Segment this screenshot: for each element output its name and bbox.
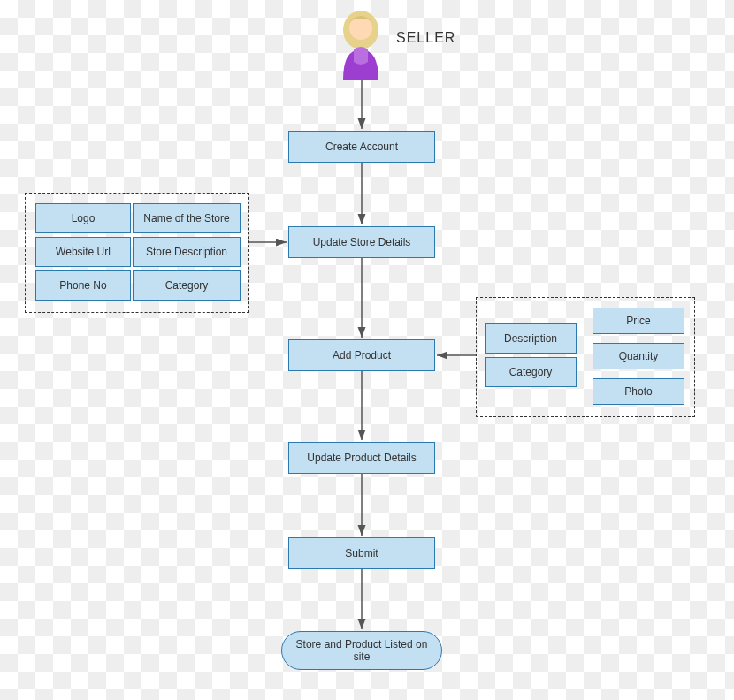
product-detail-price: Price <box>593 308 684 334</box>
step-label: Submit <box>345 547 378 559</box>
store-detail-name: Name of the Store <box>133 203 241 233</box>
store-detail-category: Category <box>133 270 241 301</box>
cell-label: Phone No <box>59 279 106 292</box>
cell-label: Quantity <box>619 350 659 362</box>
step-label: Add Product <box>333 349 391 361</box>
seller-label: SELLER <box>396 30 455 46</box>
step-label: Store and Product Listed on site <box>287 638 436 663</box>
step-submit: Submit <box>288 537 435 569</box>
step-label: Update Product Details <box>307 452 416 464</box>
flowchart-canvas: SELLER Create Account Update Store Detai… <box>0 0 734 700</box>
product-detail-quantity: Quantity <box>593 343 684 369</box>
step-add-product: Add Product <box>288 339 435 371</box>
step-label: Create Account <box>325 141 398 153</box>
cell-label: Name of the Store <box>143 212 229 224</box>
product-detail-photo: Photo <box>593 378 684 405</box>
cell-label: Store Description <box>146 246 227 258</box>
cell-label: Photo <box>624 385 652 398</box>
step-update-product-details: Update Product Details <box>288 442 435 474</box>
store-detail-description: Store Description <box>133 237 241 267</box>
store-detail-logo: Logo <box>35 203 131 233</box>
cell-label: Category <box>165 279 209 292</box>
store-detail-phone: Phone No <box>35 270 131 301</box>
svg-point-1 <box>349 17 372 40</box>
step-terminator: Store and Product Listed on site <box>281 631 442 670</box>
cell-label: Logo <box>72 212 96 224</box>
cell-label: Description <box>504 332 557 345</box>
step-update-store-details: Update Store Details <box>288 226 435 258</box>
step-label: Update Store Details <box>313 236 411 248</box>
store-detail-website: Website Url <box>35 237 131 267</box>
cell-label: Category <box>509 366 553 378</box>
cell-label: Price <box>626 315 650 327</box>
step-create-account: Create Account <box>288 131 435 163</box>
product-detail-category: Category <box>485 357 577 387</box>
cell-label: Website Url <box>56 246 111 258</box>
product-detail-description: Description <box>485 323 577 354</box>
seller-actor-icon <box>334 9 387 80</box>
